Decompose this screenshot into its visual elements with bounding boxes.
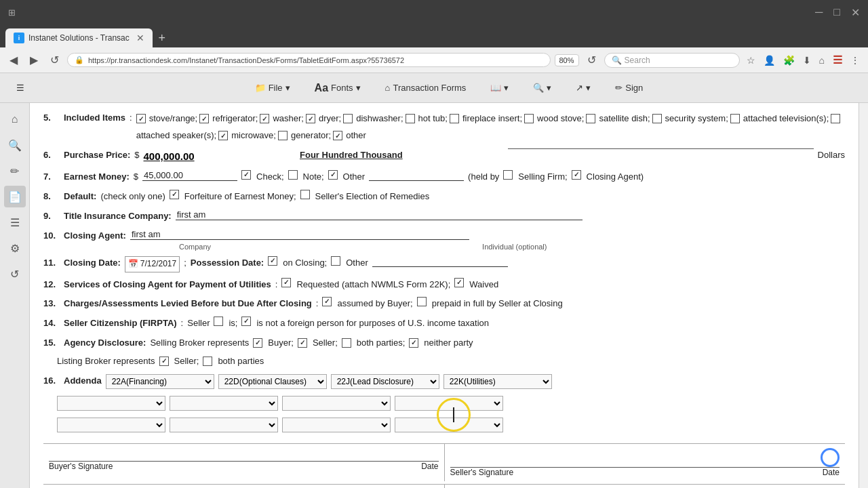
cb-seller-rep[interactable]: [298, 338, 307, 348]
cb-other-earnest[interactable]: [328, 170, 338, 180]
cb-other-possession[interactable]: [331, 256, 340, 266]
minimize-button[interactable]: ─: [815, 6, 823, 18]
cb-speaker[interactable]: [831, 114, 840, 123]
addenda-select-5[interactable]: [57, 396, 165, 411]
cb-fireplace[interactable]: [450, 114, 459, 123]
cb-microwave[interactable]: [218, 131, 228, 140]
bookmarks-button[interactable]: 📖 ▾: [485, 80, 514, 96]
addenda-select-8[interactable]: [395, 396, 503, 411]
fonts-button[interactable]: Aa Fonts ▾: [309, 79, 366, 97]
cb-selling-firm[interactable]: [503, 170, 513, 180]
overflow-icon[interactable]: ⋮: [848, 54, 863, 67]
cb-buyer-rep[interactable]: [253, 338, 262, 348]
active-tab[interactable]: i Instanet Solutions - Transac ✕: [5, 28, 153, 47]
zoom-chevron: ▾: [547, 83, 551, 93]
reload-button[interactable]: ↺: [583, 52, 600, 68]
menu-icon[interactable]: ☰: [830, 52, 845, 68]
sidebar-document-icon[interactable]: 📄: [4, 186, 26, 207]
cb-wood-stove[interactable]: [524, 114, 534, 123]
sign-button[interactable]: ✏ Sign: [610, 80, 648, 96]
sidebar-home-icon[interactable]: ⌂: [4, 108, 26, 130]
close-button[interactable]: ✕: [851, 6, 860, 19]
seller-sig-line-1[interactable]: [450, 448, 840, 468]
addenda-select-11[interactable]: [282, 418, 391, 432]
file-button[interactable]: 📁 File ▾: [250, 80, 296, 96]
right-scrollbar[interactable]: [859, 103, 868, 488]
addenda-select-4[interactable]: 22K(Utilities): [443, 374, 552, 389]
back-button[interactable]: ◀: [5, 52, 22, 68]
cb-neither-party[interactable]: [409, 338, 418, 348]
cb-listing-both[interactable]: [203, 357, 212, 366]
other-earnest-input[interactable]: [369, 170, 464, 181]
cb-assumed[interactable]: [322, 297, 332, 306]
download-icon[interactable]: ⬇: [800, 54, 814, 67]
cb-check[interactable]: [241, 170, 251, 180]
sidebar-edit-icon[interactable]: ✏: [4, 160, 26, 182]
sidebar-list-icon[interactable]: ☰: [4, 211, 26, 233]
bookmark-icon[interactable]: ☆: [744, 54, 758, 67]
cb-prepaid[interactable]: [417, 297, 427, 306]
row-5-colon: :: [130, 111, 132, 125]
cb-requested[interactable]: [281, 278, 291, 287]
cb-forfeiture[interactable]: [170, 190, 179, 199]
cb-both-parties[interactable]: [342, 338, 351, 348]
cb-waived[interactable]: [454, 278, 464, 287]
action-button[interactable]: ↗ ▾: [570, 80, 596, 96]
row-5-content: stove/range; refrigerator; washer; dryer…: [136, 111, 845, 143]
hamburger-menu[interactable]: ☰: [11, 80, 30, 96]
row-10-num: 10.: [43, 229, 60, 243]
addenda-select-2[interactable]: 22D(Optional Clauses): [218, 374, 327, 389]
cb-generator[interactable]: [278, 131, 288, 140]
cb-refrigerator[interactable]: [199, 114, 209, 123]
addenda-select-10[interactable]: [170, 418, 278, 432]
cb-election[interactable]: [300, 190, 310, 199]
profile-icon[interactable]: 👤: [761, 54, 778, 67]
purchase-amount[interactable]: 400,000.00: [144, 148, 195, 165]
sidebar-settings-icon[interactable]: ⚙: [4, 237, 26, 259]
cb-is[interactable]: [214, 317, 223, 326]
refresh-button[interactable]: ↺: [46, 52, 63, 68]
transaction-forms-button[interactable]: ⌂ Transaction Forms: [380, 80, 472, 96]
sidebar-refresh-icon[interactable]: ↺: [4, 263, 26, 285]
earnest-amount[interactable]: [142, 170, 237, 181]
addenda-select-12[interactable]: [395, 418, 503, 432]
cb-listing-seller[interactable]: [159, 357, 169, 366]
fonts-chevron: ▾: [356, 83, 361, 93]
maximize-button[interactable]: □: [833, 6, 840, 18]
cb-on-closing[interactable]: [268, 256, 277, 266]
buyer-sig-line-1[interactable]: [49, 448, 439, 462]
cb-note[interactable]: [288, 170, 298, 180]
addenda-select-6[interactable]: [170, 396, 278, 411]
other-possession-input[interactable]: [372, 256, 508, 267]
sidebar-search-icon[interactable]: 🔍: [4, 134, 26, 156]
cb-satellite[interactable]: [586, 114, 595, 123]
cb-other[interactable]: [333, 131, 342, 140]
addenda-select-7[interactable]: [282, 396, 391, 411]
closing-agent-input[interactable]: [130, 229, 469, 240]
home-icon[interactable]: ⌂: [816, 54, 827, 67]
cb-is-not[interactable]: [241, 317, 251, 326]
closing-date-input[interactable]: 📅 7/12/2017: [125, 256, 180, 272]
addenda-select-3[interactable]: 22J(Lead Disclosure): [331, 374, 439, 389]
new-tab-button[interactable]: +: [153, 28, 172, 47]
extensions-icon[interactable]: 🧩: [781, 54, 797, 67]
is-not-text: is not a foreign person for purposes of …: [256, 317, 489, 331]
title-company-input[interactable]: [176, 209, 583, 220]
cb-dishwasher[interactable]: [343, 114, 353, 123]
cb-security[interactable]: [652, 114, 662, 123]
cb-tv[interactable]: [730, 114, 740, 123]
action-icon: ↗: [576, 83, 583, 93]
url-bar[interactable]: 🔒 https://pr.transactiondesk.com/Instane…: [67, 53, 551, 67]
forward-button[interactable]: ▶: [26, 52, 42, 68]
tab-close-button[interactable]: ✕: [136, 33, 144, 43]
addenda-select-9[interactable]: [57, 418, 165, 432]
zoom-button[interactable]: 🔍 ▾: [528, 80, 557, 96]
search-box[interactable]: 🔍 Search: [604, 53, 740, 68]
cb-dryer[interactable]: [306, 114, 315, 123]
cb-closing-agent-7[interactable]: [572, 170, 581, 180]
zoom-level[interactable]: 80%: [555, 54, 579, 66]
cb-washer[interactable]: [260, 114, 269, 123]
addenda-select-1[interactable]: 22A(Financing): [106, 374, 214, 389]
cb-hot-tub[interactable]: [406, 114, 415, 123]
cb-stove[interactable]: [136, 114, 146, 123]
